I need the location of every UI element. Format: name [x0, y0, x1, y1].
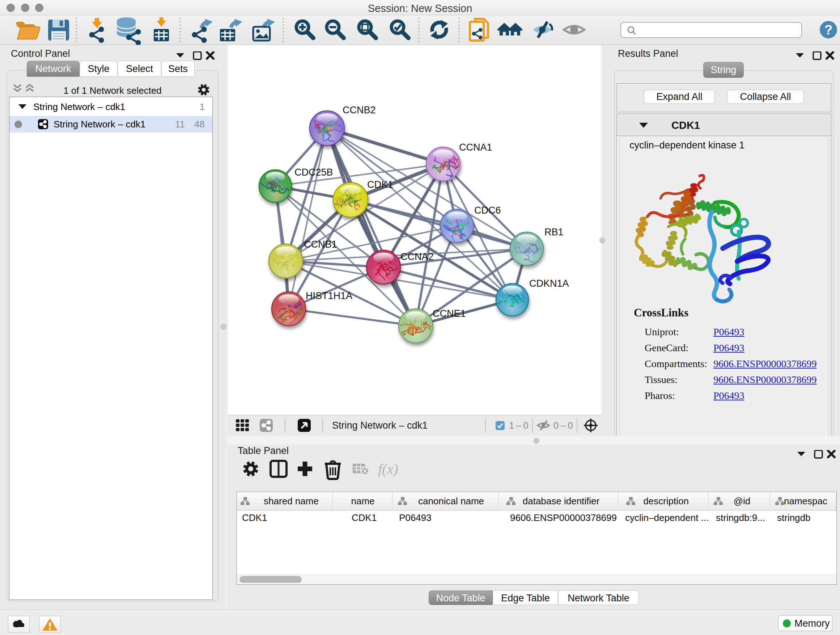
svg-text:0 – 0: 0 – 0 [554, 420, 573, 431]
svg-text:f(x): f(x) [378, 461, 398, 477]
svg-text:shared name: shared name [264, 496, 319, 507]
svg-text:?: ? [824, 22, 833, 37]
svg-text:CDK1: CDK1 [367, 179, 393, 190]
svg-text:RB1: RB1 [545, 226, 564, 238]
svg-text:namespac: namespac [784, 496, 827, 507]
svg-text:CCNB1: CCNB1 [304, 239, 337, 250]
svg-text:CDC25B: CDC25B [294, 167, 333, 178]
svg-text:CCNA1: CCNA1 [459, 142, 493, 153]
svg-text:String Network – cdk1: String Network – cdk1 [332, 420, 428, 431]
svg-text:CCNA2: CCNA2 [401, 251, 434, 262]
svg-text:1 – 0: 1 – 0 [509, 420, 529, 431]
svg-text:description: description [643, 496, 689, 507]
svg-text:CDKN1A: CDKN1A [529, 278, 569, 289]
svg-text:@id: @id [734, 496, 751, 507]
svg-text:name: name [351, 496, 374, 507]
svg-text:database identifier: database identifier [523, 496, 600, 507]
svg-text:canonical name: canonical name [418, 496, 484, 507]
svg-text:CCNE1: CCNE1 [433, 308, 466, 319]
svg-text:CCNB2: CCNB2 [343, 105, 376, 116]
svg-text:HIST1H1A: HIST1H1A [306, 290, 352, 301]
svg-text:CDC6: CDC6 [474, 205, 501, 216]
